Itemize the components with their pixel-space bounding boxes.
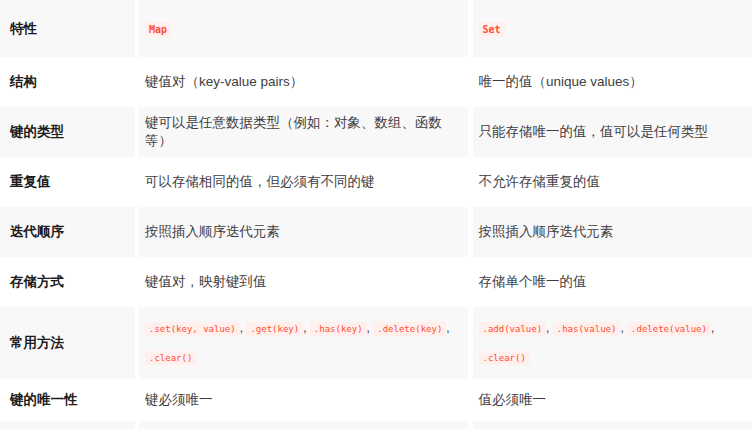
cell-text: 键值对，映射键到值 xyxy=(145,274,267,289)
cell-text: 值必须唯一 xyxy=(479,392,547,407)
feature-label: 结构 xyxy=(0,57,137,107)
cell-text: 键可以是任意数据类型（例如：对象、数组、函数等） xyxy=(145,115,442,148)
set-cell: 唯一的值（unique values） xyxy=(470,57,752,107)
cell-text: 可以存储相同的值，但必须有不同的键 xyxy=(145,174,375,189)
map-cell: .set(key, value), .get(key), .has(key), … xyxy=(137,307,470,379)
table-row: 常用方法.set(key, value), .get(key), .has(ke… xyxy=(0,307,752,379)
table-body: 结构键值对（key-value pairs）唯一的值（unique values… xyxy=(0,57,752,429)
feature-label: 常用方法 xyxy=(0,307,137,379)
inline-code: .delete(key) xyxy=(373,322,446,336)
article-table-container: 特性 Map Set 结构键值对（key-value pairs）唯一的值（un… xyxy=(0,0,752,429)
inline-code: .has(key) xyxy=(310,322,367,336)
set-cell: 只能存储唯一的值，值可以是任何类型 xyxy=(470,107,752,157)
table-header-row: 特性 Map Set xyxy=(0,0,752,57)
set-cell: 存储单个唯一的值 xyxy=(470,257,752,307)
cell-text: 键必须唯一 xyxy=(145,392,213,407)
column-header-set: Set xyxy=(470,0,752,57)
cell-text: , xyxy=(303,321,310,335)
table-row: 键的类型键可以是任意数据类型（例如：对象、数组、函数等）只能存储唯一的值，值可以… xyxy=(0,107,752,157)
empty-cell xyxy=(137,421,470,429)
table-row: 键的唯一性键必须唯一值必须唯一 xyxy=(0,379,752,421)
feature-label: 重复值 xyxy=(0,157,137,207)
map-cell: 键值对（key-value pairs） xyxy=(137,57,470,107)
map-set-comparison-table: 特性 Map Set 结构键值对（key-value pairs）唯一的值（un… xyxy=(0,0,752,429)
inline-code: .get(key) xyxy=(246,322,303,336)
feature-label: 存储方式 xyxy=(0,257,137,307)
cell-text: 按照插入顺序迭代元素 xyxy=(145,224,280,239)
cell-text: 存储单个唯一的值 xyxy=(479,274,587,289)
empty-cell xyxy=(470,421,752,429)
map-cell: 可以存储相同的值，但必须有不同的键 xyxy=(137,157,470,207)
set-cell: 不允许存储重复的值 xyxy=(470,157,752,207)
inline-code: .clear() xyxy=(145,351,196,365)
cell-text: 按照插入顺序迭代元素 xyxy=(479,224,614,239)
cell-text: 不允许存储重复的值 xyxy=(479,174,601,189)
inline-code: .delete(value) xyxy=(627,322,711,336)
set-cell: 按照插入顺序迭代元素 xyxy=(470,207,752,257)
inline-code: .set(key, value) xyxy=(145,322,240,336)
cell-text: 只能存储唯一的值，值可以是任何类型 xyxy=(479,124,709,139)
table-row: 重复值可以存储相同的值，但必须有不同的键不允许存储重复的值 xyxy=(0,157,752,207)
inline-code: .has(value) xyxy=(553,322,621,336)
inline-code: .add(value) xyxy=(479,322,547,336)
cell-text: 唯一的值（unique values） xyxy=(479,74,643,89)
feature-label: 键的类型 xyxy=(0,107,137,157)
map-cell: 键值对，映射键到值 xyxy=(137,257,470,307)
cell-text: 键值对（key-value pairs） xyxy=(145,74,303,89)
table-row: 迭代顺序按照插入顺序迭代元素按照插入顺序迭代元素 xyxy=(0,207,752,257)
feature-label: 键的唯一性 xyxy=(0,379,137,421)
feature-label: 迭代顺序 xyxy=(0,207,137,257)
column-header-feature: 特性 xyxy=(0,0,137,57)
empty-cell xyxy=(0,421,137,429)
table-row-partial xyxy=(0,421,752,429)
map-cell: 键必须唯一 xyxy=(137,379,470,421)
set-cell: 值必须唯一 xyxy=(470,379,752,421)
inline-code: .clear() xyxy=(479,351,530,365)
cell-text: , xyxy=(546,321,553,335)
map-cell: 键可以是任意数据类型（例如：对象、数组、函数等） xyxy=(137,107,470,157)
column-header-map: Map xyxy=(137,0,470,57)
set-cell: .add(value), .has(value), .delete(value)… xyxy=(470,307,752,379)
cell-text: , xyxy=(711,321,714,335)
table-row: 存储方式键值对，映射键到值存储单个唯一的值 xyxy=(0,257,752,307)
set-code-label: Set xyxy=(479,22,505,37)
map-code-label: Map xyxy=(145,22,171,37)
table-row: 结构键值对（key-value pairs）唯一的值（unique values… xyxy=(0,57,752,107)
map-cell: 按照插入顺序迭代元素 xyxy=(137,207,470,257)
cell-text: , xyxy=(446,321,449,335)
